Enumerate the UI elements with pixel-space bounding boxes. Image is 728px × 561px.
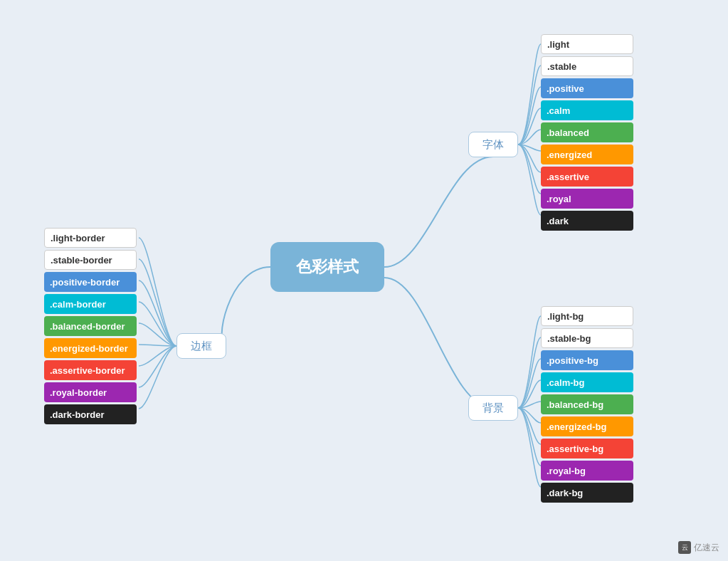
center-label: 色彩样式 bbox=[296, 256, 359, 278]
center-node: 色彩样式 bbox=[270, 242, 384, 292]
watermark-text: 亿速云 bbox=[694, 542, 719, 554]
list-item: .balanced bbox=[541, 122, 633, 142]
list-item: .stable-border bbox=[44, 250, 137, 270]
list-item: .royal bbox=[541, 189, 633, 209]
list-item: .assertive-border bbox=[44, 360, 137, 380]
list-item: .stable bbox=[541, 56, 633, 76]
biankuang-label: 边框 bbox=[191, 340, 212, 353]
list-item: .positive bbox=[541, 78, 633, 98]
list-item: .royal-bg bbox=[541, 461, 633, 481]
beijing-label: 背景 bbox=[482, 402, 504, 415]
beijing-leaf-list: .light-bg.stable-bg.positive-bg.calm-bg.… bbox=[541, 306, 633, 503]
list-item: .light-border bbox=[44, 228, 137, 248]
mindmap-container: 色彩样式 字体 边框 背景 .light.stable.positive.cal… bbox=[0, 0, 728, 561]
list-item: .dark-border bbox=[44, 404, 137, 424]
list-item: .positive-border bbox=[44, 272, 137, 292]
list-item: .energized bbox=[541, 145, 633, 164]
ziti-leaf-list: .light.stable.positive.calm.balanced.ene… bbox=[541, 34, 633, 231]
list-item: .energized-bg bbox=[541, 416, 633, 436]
list-item: .calm bbox=[541, 100, 633, 120]
list-item: .dark-bg bbox=[541, 483, 633, 503]
list-item: .royal-border bbox=[44, 382, 137, 402]
list-item: .assertive-bg bbox=[541, 439, 633, 458]
list-item: .assertive bbox=[541, 167, 633, 187]
biankuang-leaf-list: .light-border.stable-border.positive-bor… bbox=[44, 228, 137, 424]
list-item: .calm-border bbox=[44, 294, 137, 314]
list-item: .light bbox=[541, 34, 633, 54]
list-item: .balanced-bg bbox=[541, 394, 633, 414]
watermark-icon: 云 bbox=[678, 541, 691, 554]
list-item: .light-bg bbox=[541, 306, 633, 326]
list-item: .positive-bg bbox=[541, 350, 633, 370]
beijing-node: 背景 bbox=[468, 395, 518, 421]
biankuang-node: 边框 bbox=[176, 333, 226, 359]
list-item: .energized-border bbox=[44, 338, 137, 358]
list-item: .dark bbox=[541, 211, 633, 231]
list-item: .balanced-border bbox=[44, 316, 137, 336]
ziti-node: 字体 bbox=[468, 132, 518, 157]
list-item: .calm-bg bbox=[541, 372, 633, 392]
ziti-label: 字体 bbox=[482, 138, 504, 152]
list-item: .stable-bg bbox=[541, 328, 633, 348]
watermark: 云 亿速云 bbox=[678, 541, 719, 554]
